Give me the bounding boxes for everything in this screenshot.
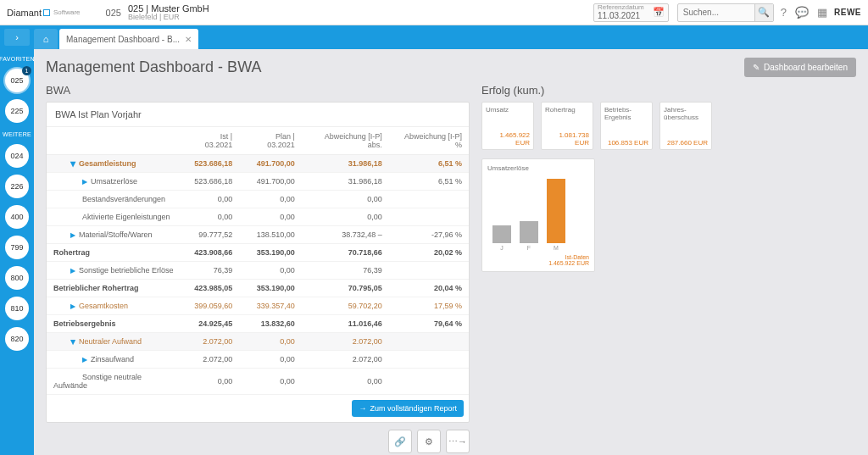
- table-row[interactable]: ▶Material/Stoffe/Waren99.777,52138.510,0…: [47, 226, 469, 244]
- chart-bar[interactable]: [492, 225, 511, 243]
- expand-icon[interactable]: ▶: [70, 302, 75, 310]
- table-row[interactable]: ▶Umsatzerlöse523.686,18491.700,0031.986,…: [47, 173, 469, 191]
- col-header: Ist | 03.2021: [184, 127, 239, 155]
- cell: 99.777,52: [184, 226, 239, 244]
- row-label: Zinsaufwand: [91, 355, 134, 363]
- table-row[interactable]: ▶Gesamtkosten399.059,60339.357,4059.702,…: [47, 297, 469, 315]
- search-button[interactable]: 🔍: [754, 4, 773, 21]
- kpi-tile[interactable]: Jahres- überschuss287.660 EUR: [659, 102, 712, 150]
- cell: 138.510,00: [239, 226, 302, 244]
- more-icon: ⋯→: [448, 436, 467, 447]
- sidebar-item-226[interactable]: 226: [5, 175, 29, 198]
- gear-icon: ⚙: [425, 436, 433, 447]
- cell: 59.702,20: [302, 297, 389, 315]
- cell: 0,00: [239, 333, 302, 351]
- table-row[interactable]: Rohertrag423.908,66353.190,0070.718,6620…: [47, 244, 469, 262]
- apps-icon[interactable]: ▦: [817, 6, 827, 19]
- sidebar-item-225[interactable]: 225: [5, 99, 29, 123]
- tab-label: Management Dashboard - B...: [66, 35, 180, 44]
- expand-icon[interactable]: ▶: [70, 340, 77, 345]
- expand-icon[interactable]: ▶: [82, 356, 87, 363]
- ref-date-label: Referenzdatum: [598, 4, 644, 12]
- cell: [389, 191, 469, 208]
- expand-icon[interactable]: ▶: [70, 231, 75, 239]
- sidebar-item-label: 810: [10, 304, 23, 313]
- kpi-label: Betriebs- Ergebnis: [604, 107, 648, 122]
- search-input[interactable]: [678, 8, 754, 17]
- sidebar-item-800[interactable]: 800: [5, 266, 29, 290]
- table-row[interactable]: Bestandsveränderungen0,000,000,00: [47, 191, 469, 208]
- sidebar-item-025[interactable]: 025 1: [5, 69, 29, 92]
- kpi-value: 287.660 EUR: [664, 139, 708, 147]
- more-button[interactable]: ⋯→: [446, 430, 470, 453]
- edit-dashboard-button[interactable]: ✎ Dashboard bearbeiten: [744, 58, 856, 77]
- table-row[interactable]: Betriebsergebnis24.925,4513.832,6011.016…: [47, 315, 469, 333]
- app-logo: Diamant Software: [7, 8, 81, 18]
- sidebar-item-799[interactable]: 799: [5, 236, 29, 259]
- sidebar-item-label: 024: [10, 152, 23, 160]
- chart-bar[interactable]: [547, 179, 565, 243]
- row-label: Gesamtkosten: [79, 302, 128, 310]
- search-icon: 🔍: [758, 7, 770, 18]
- cell: 523.686,18: [184, 155, 239, 173]
- cell: 79,64 %: [389, 315, 469, 333]
- col-header: Abweichung [I-P] abs.: [302, 127, 389, 155]
- sidebar-expand-button[interactable]: ›: [4, 29, 30, 46]
- card-toolbar: 🔗 ⚙ ⋯→: [46, 430, 470, 453]
- kpi-value: 106.853 EUR: [604, 139, 648, 147]
- sidebar-item-024[interactable]: 024: [5, 144, 29, 168]
- tab-close-icon[interactable]: ✕: [185, 35, 192, 44]
- help-icon[interactable]: ?: [781, 6, 787, 19]
- logo-square-icon: [43, 9, 50, 16]
- cell: 2.072,00: [302, 333, 389, 351]
- table-row[interactable]: Aktivierte Eigenleistungen0,000,000,00: [47, 208, 469, 226]
- sidebar-item-label: 820: [10, 335, 23, 343]
- chart-bar[interactable]: [520, 221, 538, 243]
- cell: [389, 262, 469, 280]
- link-icon: 🔗: [394, 436, 406, 447]
- reference-date-picker[interactable]: Referenzdatum 11.03.2021 📅: [593, 3, 669, 22]
- sidebar-item-820[interactable]: 820: [5, 327, 29, 351]
- client-name-block: 025 | Muster GmbH Bielefeld | EUR: [128, 3, 209, 22]
- tab-home[interactable]: ⌂: [34, 29, 58, 49]
- link-button[interactable]: 🔗: [388, 430, 412, 453]
- settings-button[interactable]: ⚙: [417, 430, 441, 453]
- row-label: Material/Stoffe/Waren: [79, 230, 153, 239]
- cell: 31.986,18: [302, 173, 389, 191]
- cell: 2.072,00: [184, 351, 239, 369]
- chat-icon[interactable]: 💬: [795, 6, 809, 19]
- tab-active[interactable]: Management Dashboard - B... ✕: [59, 29, 198, 49]
- sidebar-item-label: 400: [10, 213, 23, 221]
- sidebar-item-400[interactable]: 400: [5, 205, 29, 229]
- table-row[interactable]: ▶Neutraler Aufwand2.072,000,002.072,00: [47, 333, 469, 351]
- cell: 353.190,00: [239, 280, 302, 297]
- sidebar-section-favorites: FAVORITEN: [0, 56, 35, 62]
- sidebar-section-more: WEITERE: [3, 131, 31, 137]
- kpi-tile[interactable]: Rohertrag1.081.738 EUR: [541, 102, 593, 150]
- cell: 491.700,00: [239, 173, 302, 191]
- table-row[interactable]: ▶Sonstige betriebliche Erlöse76,390,0076…: [47, 262, 469, 280]
- cell: 0,00: [239, 208, 302, 226]
- table-row[interactable]: ▶Gesamtleistung523.686,18491.700,0031.98…: [47, 155, 469, 173]
- table-row[interactable]: ▶Zinsaufwand2.072,000,002.072,00: [47, 351, 469, 369]
- kpi-tile[interactable]: Betriebs- Ergebnis106.853 EUR: [600, 102, 653, 150]
- expand-icon[interactable]: ▶: [82, 178, 87, 186]
- table-row[interactable]: Sonstige neutrale Aufwände0,000,000,00: [47, 369, 469, 395]
- report-title: BWA Ist Plan Vorjahr: [47, 103, 469, 127]
- cell: 523.686,18: [184, 173, 239, 191]
- expand-icon[interactable]: ▶: [70, 267, 75, 275]
- row-label: Betriebsergebnis: [53, 319, 116, 328]
- sidebar-item-810[interactable]: 810: [5, 297, 29, 320]
- chart-title: Umsatzerlöse: [487, 164, 589, 172]
- expand-icon[interactable]: ▶: [70, 162, 77, 167]
- sidebar-item-label: 799: [10, 243, 23, 252]
- cell: 0,00: [302, 369, 389, 395]
- kpi-value: 1.081.738 EUR: [545, 131, 589, 147]
- full-report-button[interactable]: → Zum vollständigen Report: [352, 400, 464, 417]
- x-tick-label: F: [520, 245, 538, 251]
- report-card: BWA Ist Plan Vorjahr Ist | 03.2021 Plan …: [46, 102, 470, 423]
- table-row[interactable]: Betrieblicher Rohertrag423.985,05353.190…: [47, 280, 469, 297]
- kpi-tile[interactable]: Umsatz1.465.922 EUR: [481, 102, 534, 150]
- kpi-grid: Umsatz1.465.922 EURRohertrag1.081.738 EU…: [481, 102, 856, 150]
- cell: 76,39: [184, 262, 239, 280]
